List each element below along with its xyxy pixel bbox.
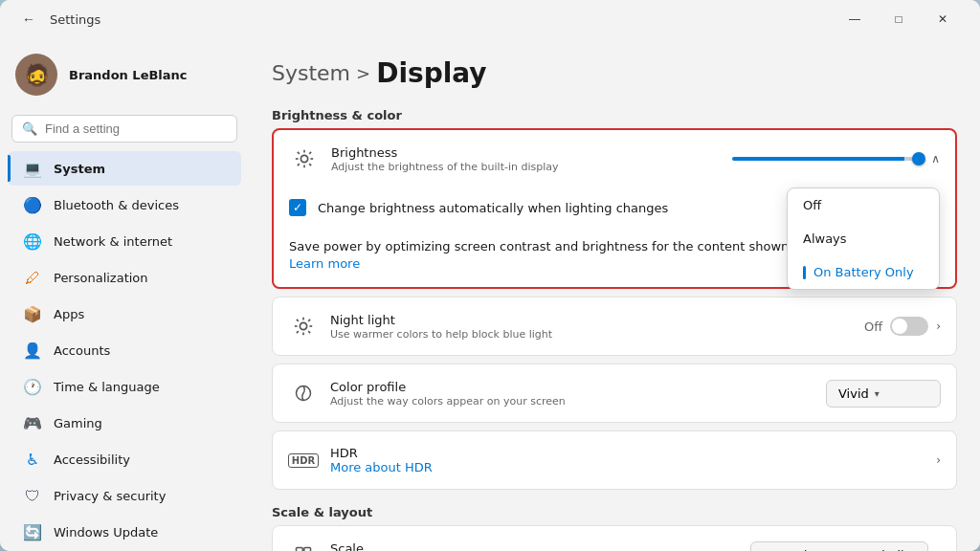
svg-point-0	[301, 155, 307, 162]
maximize-button[interactable]: □	[877, 4, 921, 34]
night-light-card: Night light Use warmer colors to help bl…	[272, 297, 957, 356]
svg-line-8	[309, 152, 311, 154]
sidebar-label-privacy: Privacy & security	[54, 489, 166, 503]
svg-line-4	[309, 164, 311, 165]
personalization-icon: 🖊	[23, 268, 42, 287]
gaming-icon: 🎮	[23, 413, 42, 432]
window-title: Settings	[50, 12, 100, 27]
apps-icon: 📦	[23, 304, 42, 323]
color-profile-card: Color profile Adjust the way colors appe…	[272, 364, 957, 423]
brightness-control: ∧	[732, 152, 940, 165]
sidebar-label-personalization: Personalization	[54, 271, 148, 285]
night-light-toggle-label: Off	[864, 320, 882, 334]
color-profile-value: Vivid	[838, 386, 869, 401]
sidebar-item-accessibility[interactable]: ♿ Accessibility	[8, 442, 241, 476]
color-profile-text: Color profile Adjust the way colors appe…	[330, 380, 826, 408]
expand-icon[interactable]: ∧	[931, 152, 940, 165]
sidebar-label-gaming: Gaming	[54, 416, 102, 430]
sidebar-label-network: Network & internet	[54, 234, 172, 249]
night-light-chevron[interactable]: ›	[936, 320, 941, 333]
brightness-dropdown-panel: Off Always On Battery Only	[787, 187, 940, 290]
brightness-thumb[interactable]	[912, 152, 925, 165]
sidebar-label-accessibility: Accessibility	[54, 452, 130, 467]
sidebar: 🧔 Brandon LeBlanc 🔍 💻 System 🔵 Bluetooth…	[0, 38, 249, 551]
content-area: 🧔 Brandon LeBlanc 🔍 💻 System 🔵 Bluetooth…	[0, 38, 980, 551]
close-button[interactable]: ✕	[921, 4, 965, 34]
hdr-chevron-icon[interactable]: ›	[936, 453, 941, 467]
accessibility-icon: ♿	[23, 450, 42, 469]
brightness-icon	[289, 143, 320, 174]
main-content: System > Display Brightness & color	[249, 38, 980, 551]
hdr-control: ›	[936, 453, 941, 467]
accounts-icon: 👤	[23, 341, 42, 360]
sidebar-label-accounts: Accounts	[54, 343, 110, 358]
hdr-icon: HDR	[288, 445, 319, 475]
scale-select[interactable]: 150% (Recommended) ▾	[750, 541, 928, 552]
hdr-card: HDR HDR More about HDR ›	[272, 430, 957, 490]
time-icon: 🕐	[23, 377, 42, 396]
page-header: System > Display	[272, 57, 957, 89]
night-light-toggle[interactable]	[890, 317, 928, 336]
brightness-slider[interactable]	[732, 157, 924, 161]
brightness-color-card: Brightness Adjust the brightness of the …	[272, 128, 957, 289]
sidebar-item-accounts[interactable]: 👤 Accounts	[8, 333, 241, 367]
search-input[interactable]	[45, 121, 227, 136]
user-profile: 🧔 Brandon LeBlanc	[0, 46, 249, 111]
night-light-row: Night light Use warmer colors to help bl…	[273, 298, 956, 355]
user-name: Brandon LeBlanc	[69, 68, 188, 82]
night-light-icon	[288, 311, 319, 342]
settings-window: ← Settings — □ ✕ 🧔 Brandon LeBlanc 🔍 💻 S…	[0, 0, 980, 551]
night-light-subtitle: Use warmer colors to help block blue lig…	[330, 328, 864, 341]
brightness-subtitle: Adjust the brightness of the built-in di…	[331, 161, 732, 173]
window-controls: — □ ✕	[833, 4, 965, 34]
sidebar-item-bluetooth[interactable]: 🔵 Bluetooth & devices	[8, 187, 241, 222]
hdr-text: HDR More about HDR	[330, 446, 936, 474]
hdr-link[interactable]: More about HDR	[330, 460, 936, 474]
svg-line-7	[298, 164, 300, 165]
color-profile-chevron-icon: ▾	[875, 388, 880, 399]
sidebar-item-gaming[interactable]: 🎮 Gaming	[8, 406, 241, 440]
network-icon: 🌐	[23, 231, 42, 251]
night-light-text: Night light Use warmer colors to help bl…	[330, 313, 864, 341]
scale-row: Scale Change the size of text, apps, and…	[273, 526, 956, 551]
svg-rect-20	[304, 548, 311, 552]
brightness-title: Brightness	[331, 145, 732, 160]
sidebar-item-update[interactable]: 🔄 Windows Update	[8, 515, 241, 549]
dropdown-option-always[interactable]: Always	[788, 222, 939, 255]
brightness-row: Brightness Adjust the brightness of the …	[274, 130, 955, 187]
sidebar-item-network[interactable]: 🌐 Network & internet	[8, 224, 241, 258]
sidebar-label-time: Time & language	[54, 380, 160, 394]
sidebar-item-personalization[interactable]: 🖊 Personalization	[8, 260, 241, 295]
sidebar-item-system[interactable]: 💻 System	[8, 151, 241, 186]
learn-more-link[interactable]: Learn more	[289, 256, 360, 271]
section-brightness-label: Brightness & color	[272, 108, 957, 122]
svg-line-13	[308, 331, 310, 333]
search-icon: 🔍	[22, 121, 37, 136]
color-profile-subtitle: Adjust the way colors appear on your scr…	[330, 395, 826, 408]
sidebar-label-apps: Apps	[54, 307, 84, 321]
update-icon: 🔄	[23, 522, 42, 541]
sidebar-item-apps[interactable]: 📦 Apps	[8, 297, 241, 331]
color-profile-title: Color profile	[330, 380, 826, 394]
auto-brightness-checkbox[interactable]	[289, 199, 306, 216]
search-box[interactable]: 🔍	[11, 115, 237, 143]
dropdown-option-battery[interactable]: On Battery Only	[788, 255, 939, 289]
back-button[interactable]: ←	[15, 6, 42, 33]
night-light-title: Night light	[330, 313, 864, 327]
hdr-title: HDR	[330, 446, 936, 460]
svg-line-3	[298, 152, 300, 154]
scale-title: Scale	[330, 541, 750, 552]
color-profile-control: Vivid ▾	[826, 380, 941, 408]
sidebar-label-update: Windows Update	[54, 525, 158, 540]
minimize-button[interactable]: —	[833, 4, 877, 34]
scale-layout-label: Scale & layout	[272, 505, 957, 519]
sidebar-item-privacy[interactable]: 🛡 Privacy & security	[8, 478, 241, 513]
dropdown-option-off[interactable]: Off	[788, 188, 939, 222]
sidebar-label-system: System	[54, 162, 105, 176]
night-light-control: Off ›	[864, 317, 941, 336]
sidebar-label-bluetooth: Bluetooth & devices	[54, 198, 179, 212]
breadcrumb-system: System	[272, 61, 350, 85]
sidebar-item-time[interactable]: 🕐 Time & language	[8, 369, 241, 404]
scale-value: 150% (Recommended)	[763, 548, 905, 552]
color-profile-select[interactable]: Vivid ▾	[826, 380, 941, 408]
